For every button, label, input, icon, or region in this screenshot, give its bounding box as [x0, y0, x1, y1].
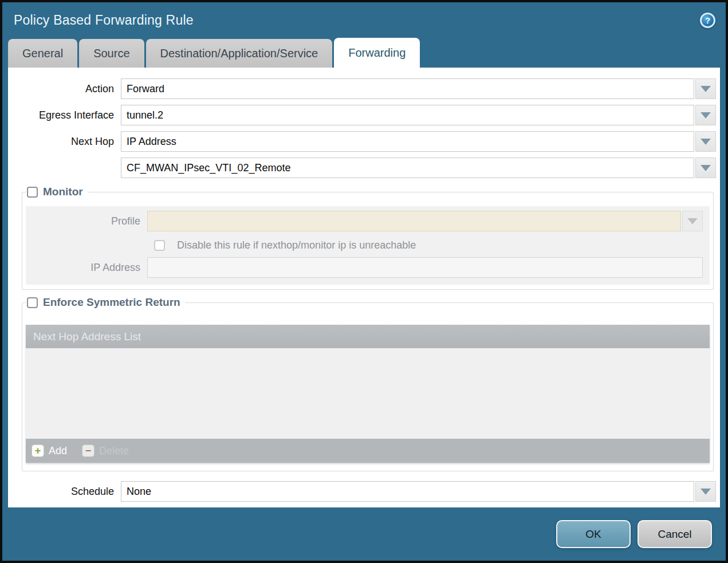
forwarding-tab-panel: Action Forward Egress Interface tunnel.2… — [8, 68, 720, 507]
action-select[interactable]: Forward — [121, 78, 694, 99]
action-chevron-down-icon[interactable] — [695, 78, 716, 99]
enforce-symmetric-return-legend: Enforce Symmetric Return — [43, 296, 180, 309]
action-label: Action — [8, 83, 121, 95]
next-hop-address-list-table: Next Hop Address List + Add − Delete — [26, 325, 710, 463]
monitor-checkbox[interactable] — [27, 187, 38, 198]
enforce-symmetric-return-checkbox[interactable] — [27, 297, 38, 308]
add-button-label: Add — [49, 445, 67, 457]
monitor-legend: Monitor — [43, 186, 83, 198]
next-hop-address-chevron-down-icon[interactable] — [695, 158, 716, 178]
profile-label: Profile — [26, 215, 147, 227]
next-hop-address-list-header: Next Hop Address List — [26, 325, 710, 348]
tab-strip: General Source Destination/Application/S… — [2, 38, 726, 68]
disable-rule-row: Disable this rule if nexthop/monitor ip … — [26, 239, 706, 251]
add-button[interactable]: + Add — [32, 444, 67, 457]
schedule-row: Schedule None — [8, 481, 716, 502]
chevron-down-icon — [701, 139, 711, 145]
chevron-down-icon — [701, 86, 711, 92]
delete-button-label: Delete — [99, 445, 129, 457]
schedule-chevron-down-icon[interactable] — [695, 481, 716, 502]
tab-forwarding[interactable]: Forwarding — [334, 38, 420, 68]
egress-interface-select[interactable]: tunnel.2 — [121, 105, 694, 125]
delete-button: − Delete — [82, 444, 129, 457]
next-hop-address-select[interactable]: CF_MWAN_IPsec_VTI_02_Remote — [121, 158, 694, 178]
title-bar: Policy Based Forwarding Rule ? — [2, 2, 726, 38]
schedule-label: Schedule — [8, 486, 121, 498]
delete-icon: − — [82, 444, 95, 457]
ok-button[interactable]: OK — [556, 520, 631, 548]
chevron-down-icon — [701, 165, 711, 171]
monitor-section: Monitor Profile Disable this rule if nex… — [22, 192, 714, 290]
add-icon: + — [32, 444, 44, 457]
chevron-down-icon — [701, 489, 711, 495]
symmetric-legend-row: Enforce Symmetric Return — [26, 296, 185, 309]
tab-general[interactable]: General — [8, 39, 77, 68]
cancel-button[interactable]: Cancel — [638, 520, 712, 548]
action-row: Action Forward — [8, 78, 716, 99]
chevron-down-icon — [701, 112, 711, 119]
monitor-ip-label: IP Address — [26, 262, 147, 274]
egress-interface-chevron-down-icon[interactable] — [695, 105, 716, 125]
next-hop-type-chevron-down-icon[interactable] — [695, 131, 716, 152]
next-hop-type-select[interactable]: IP Address — [121, 131, 694, 152]
egress-interface-label: Egress Interface — [8, 109, 121, 121]
next-hop-address-list-toolbar: + Add − Delete — [26, 439, 710, 463]
tab-destination-application-service[interactable]: Destination/Application/Service — [146, 39, 333, 68]
next-hop-address-row: CF_MWAN_IPsec_VTI_02_Remote — [8, 158, 716, 178]
disable-rule-label: Disable this rule if nexthop/monitor ip … — [177, 239, 416, 251]
monitor-ip-row: IP Address — [26, 257, 706, 278]
profile-row: Profile — [26, 211, 706, 231]
dialog-title: Policy Based Forwarding Rule — [14, 13, 194, 28]
monitor-legend-row: Monitor — [26, 186, 88, 198]
enforce-symmetric-return-section: Enforce Symmetric Return Next Hop Addres… — [22, 302, 714, 471]
profile-select — [147, 211, 681, 231]
next-hop-address-list-body[interactable] — [26, 348, 710, 439]
next-hop-row: Next Hop IP Address — [8, 131, 716, 152]
egress-interface-row: Egress Interface tunnel.2 — [8, 105, 716, 125]
monitor-ip-input — [147, 257, 703, 278]
schedule-select[interactable]: None — [121, 481, 694, 502]
monitor-panel: Profile Disable this rule if nexthop/mon… — [26, 206, 710, 285]
next-hop-label: Next Hop — [8, 136, 121, 148]
dialog-footer: OK Cancel — [2, 507, 726, 561]
tab-source[interactable]: Source — [79, 39, 144, 68]
help-icon[interactable]: ? — [700, 13, 715, 28]
profile-chevron-down-icon — [682, 211, 703, 231]
chevron-down-icon — [687, 218, 698, 225]
pbf-rule-dialog: Policy Based Forwarding Rule ? General S… — [0, 0, 728, 563]
disable-rule-checkbox — [154, 240, 165, 251]
